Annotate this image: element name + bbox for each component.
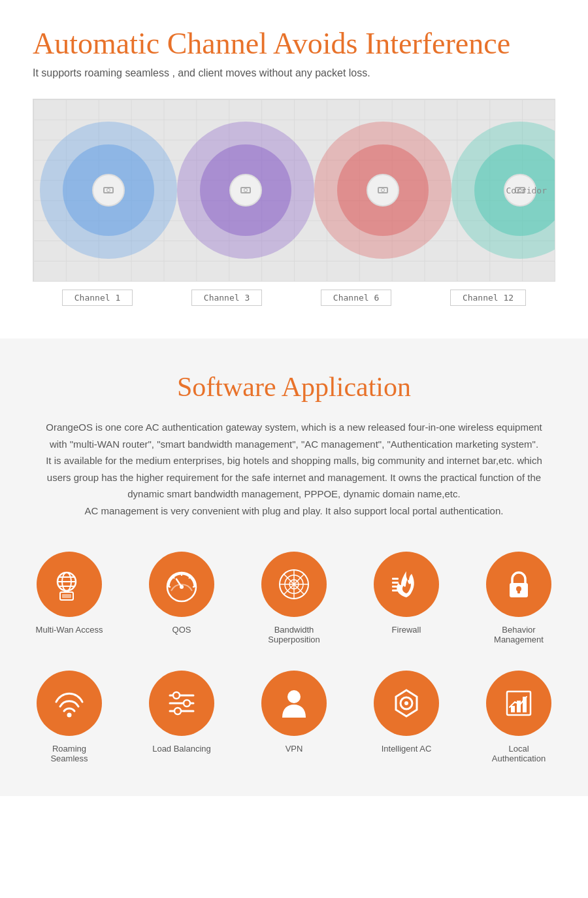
feature-bandwidth: Bandwidth Superposition <box>257 552 331 644</box>
features-row-2: Roaming Seamless Load Bala <box>33 671 555 763</box>
hexagon-icon <box>388 685 425 722</box>
svg-point-37 <box>287 690 301 703</box>
lock-icon <box>500 566 537 603</box>
svg-point-30 <box>67 713 72 718</box>
wifi-icon <box>51 685 88 722</box>
channel-section: Automatic Channel Avoids Interference It… <box>0 0 588 339</box>
firewall-icon-circle <box>374 552 439 617</box>
svg-point-36 <box>174 708 181 714</box>
svg-rect-6 <box>62 594 71 598</box>
svg-rect-42 <box>517 701 521 712</box>
qos-icon-circle <box>149 552 214 617</box>
sliders-icon <box>163 685 200 722</box>
feature-vpn: VPN <box>257 671 331 763</box>
channel-label-3: Channel 3 <box>191 290 262 306</box>
svg-rect-29 <box>517 590 520 593</box>
bandwidth-label: Bandwidth Superposition <box>257 625 331 644</box>
intelligent-icon-circle <box>374 671 439 736</box>
load-icon-circle <box>149 671 214 736</box>
feature-local-auth: Local Authentication <box>482 671 555 763</box>
person-icon <box>276 685 312 722</box>
features-grid: Multi-Wan Access <box>33 552 555 763</box>
channel-label-6: Channel 6 <box>321 290 391 306</box>
channel-label-12: Channel 12 <box>450 290 526 306</box>
software-description: OrangeOS is one core AC authentication g… <box>39 419 549 519</box>
channel-1 <box>40 122 177 259</box>
svg-point-14 <box>180 585 184 589</box>
roaming-label: Roaming Seamless <box>33 744 106 763</box>
svg-rect-25 <box>392 586 399 588</box>
channel-6 <box>314 122 451 259</box>
chart-icon <box>500 685 537 722</box>
local-auth-icon-circle <box>486 671 551 736</box>
software-section: Software Application OrangeOS is one cor… <box>0 339 588 796</box>
feature-intelligent: Intelligent AC <box>370 671 443 763</box>
features-row-1: Multi-Wan Access <box>33 552 555 644</box>
roaming-icon-circle <box>37 671 102 736</box>
feature-behavior: Behavior Management <box>482 552 555 644</box>
channel-3 <box>177 122 314 259</box>
svg-line-12 <box>189 577 190 578</box>
multi-wan-label: Multi-Wan Access <box>36 625 103 635</box>
feature-multi-wan: Multi-Wan Access <box>33 552 106 644</box>
fire-icon <box>388 566 425 603</box>
svg-point-39 <box>404 701 408 705</box>
bandwidth-icon-circle <box>261 552 327 617</box>
qos-label: QOS <box>172 625 191 635</box>
load-label: Load Balancing <box>152 744 211 754</box>
channel-subtitle: It supports roaming seamless , and clien… <box>33 67 555 79</box>
channel-diagram: // We'll draw this via inline style <box>33 99 555 282</box>
svg-rect-24 <box>392 582 399 584</box>
globe-icon <box>51 566 88 603</box>
software-title: Software Application <box>33 371 555 403</box>
svg-line-11 <box>173 577 174 578</box>
multi-wan-icon-circle <box>37 552 102 617</box>
behavior-icon-circle <box>486 552 551 617</box>
local-auth-label: Local Authentication <box>482 744 555 763</box>
vpn-icon-circle <box>261 671 327 736</box>
svg-point-35 <box>184 700 190 707</box>
feature-qos: QOS <box>145 552 218 644</box>
vpn-label: VPN <box>286 744 303 754</box>
svg-rect-26 <box>392 590 399 591</box>
channel-title: Automatic Channel Avoids Interference <box>33 26 555 61</box>
channel-label-1: Channel 1 <box>62 290 133 306</box>
corridor-label: Corridor <box>506 186 547 195</box>
feature-firewall: Firewall <box>370 552 443 644</box>
intelligent-label: Intelligent AC <box>382 744 432 754</box>
svg-rect-41 <box>511 706 515 712</box>
feature-load: Load Balancing <box>145 671 218 763</box>
svg-rect-23 <box>392 578 399 580</box>
feature-roaming: Roaming Seamless <box>33 671 106 763</box>
svg-point-34 <box>173 692 180 699</box>
gauge-icon <box>163 566 200 603</box>
firewall-label: Firewall <box>392 625 421 635</box>
channel-labels-row: Channel 1 Channel 3 Channel 6 Channel 12 <box>33 282 555 319</box>
behavior-label: Behavior Management <box>482 625 555 644</box>
spider-icon <box>276 566 312 603</box>
